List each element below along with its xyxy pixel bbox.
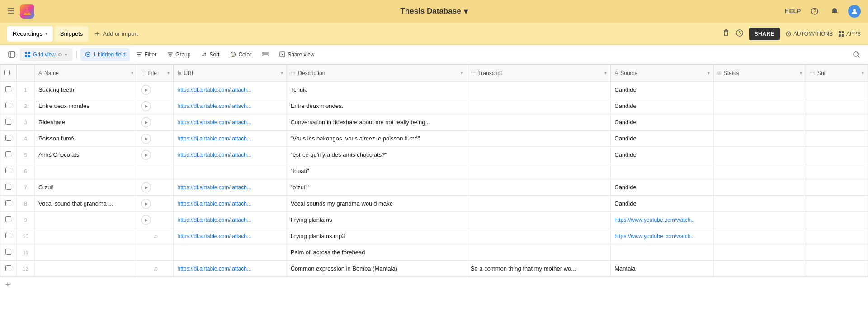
source-column-header[interactable]: A Source ▾ bbox=[611, 65, 713, 82]
cell-name[interactable]: Sucking teeth bbox=[35, 82, 137, 98]
row-checkbox[interactable] bbox=[5, 86, 11, 92]
cell-name[interactable]: O zui! bbox=[35, 179, 137, 196]
table-row[interactable]: 10♫https://dl.airtable.com/.attach...Fry… bbox=[0, 228, 868, 244]
cell-sni[interactable] bbox=[806, 261, 868, 277]
cell-description[interactable]: Frying plantains bbox=[287, 212, 467, 228]
cell-url[interactable] bbox=[174, 244, 287, 261]
table-row[interactable]: 3Rideshare▶https://dl.airtable.com/.atta… bbox=[0, 114, 868, 131]
cell-description[interactable]: Conversation in rideshare about me not r… bbox=[287, 114, 467, 131]
filter-button[interactable]: Filter bbox=[132, 48, 161, 61]
cell-description[interactable]: Frying plantains.mp3 bbox=[287, 228, 467, 244]
cell-transcript[interactable] bbox=[467, 179, 610, 196]
add-row-button[interactable]: + bbox=[0, 277, 868, 292]
url-column-header[interactable]: fx URL ▾ bbox=[174, 65, 287, 82]
cell-source[interactable]: Candide bbox=[611, 196, 713, 212]
table-row[interactable]: 2Entre deux mondes▶https://dl.airtable.c… bbox=[0, 98, 868, 114]
table-row[interactable]: 4Poisson fumé▶https://dl.airtable.com/.a… bbox=[0, 131, 868, 147]
play-button[interactable]: ▶ bbox=[141, 134, 151, 144]
cell-description[interactable]: "o zui!" bbox=[287, 179, 467, 196]
tab-recordings[interactable]: Recordings ▾ bbox=[7, 26, 53, 42]
cell-description[interactable]: "fouati" bbox=[287, 163, 467, 179]
cell-source[interactable] bbox=[611, 244, 713, 261]
cell-description[interactable]: Common expression in Bemba (Mantala) bbox=[287, 261, 467, 277]
table-row[interactable]: 8Vocal sound that grandma ...▶https://dl… bbox=[0, 196, 868, 212]
group-button[interactable]: Group bbox=[163, 48, 195, 61]
play-button[interactable]: ▶ bbox=[141, 85, 151, 95]
row-checkbox[interactable] bbox=[5, 265, 11, 271]
table-row[interactable]: 1Sucking teeth▶https://dl.airtable.com/.… bbox=[0, 82, 868, 98]
apps-button[interactable]: APPS bbox=[838, 31, 861, 37]
table-row[interactable]: 12♫https://dl.airtable.com/.attach...Com… bbox=[0, 261, 868, 277]
play-button[interactable]: ▶ bbox=[141, 182, 151, 192]
cell-status[interactable] bbox=[713, 163, 806, 179]
row-checkbox[interactable] bbox=[5, 168, 11, 173]
avatar[interactable] bbox=[848, 5, 861, 18]
cell-file[interactable]: ▶ bbox=[137, 212, 174, 228]
row-checkbox[interactable] bbox=[5, 249, 11, 255]
cell-description[interactable]: "Vous les bakongos, vous aimez le poisso… bbox=[287, 131, 467, 147]
cell-description[interactable]: Vocal sounds my grandma would make bbox=[287, 196, 467, 212]
cell-status[interactable] bbox=[713, 228, 806, 244]
cell-sni[interactable] bbox=[806, 114, 868, 131]
cell-file[interactable]: ▶ bbox=[137, 82, 174, 98]
cell-status[interactable] bbox=[713, 244, 806, 261]
cell-transcript[interactable] bbox=[467, 82, 610, 98]
cell-source[interactable]: Candide bbox=[611, 179, 713, 196]
cell-description[interactable]: "est-ce qu'il y a des amis chocolats?" bbox=[287, 147, 467, 163]
select-all-checkbox[interactable] bbox=[4, 70, 10, 75]
play-button[interactable]: ▶ bbox=[141, 117, 151, 127]
play-button[interactable]: ▶ bbox=[141, 215, 151, 225]
cell-source[interactable]: Candide bbox=[611, 82, 713, 98]
name-column-header[interactable]: A Name ▾ bbox=[35, 65, 137, 82]
hidden-fields-button[interactable]: 1 hidden field bbox=[80, 48, 130, 61]
source-link[interactable]: https://www.youtube.com/watch... bbox=[614, 217, 695, 223]
grid-view-button[interactable]: Grid view bbox=[20, 48, 73, 61]
cell-url[interactable]: https://dl.airtable.com/.attach... bbox=[174, 212, 287, 228]
cell-name[interactable] bbox=[35, 261, 137, 277]
tab-snippets[interactable]: Snippets bbox=[55, 26, 89, 42]
cell-name[interactable] bbox=[35, 244, 137, 261]
help-label[interactable]: HELP bbox=[785, 8, 801, 14]
cell-transcript[interactable] bbox=[467, 244, 610, 261]
cell-sni[interactable] bbox=[806, 82, 868, 98]
cell-file[interactable]: ▶ bbox=[137, 131, 174, 147]
cell-name[interactable]: Amis Chocolats bbox=[35, 147, 137, 163]
share-view-button[interactable]: Share view bbox=[275, 48, 319, 61]
cell-sni[interactable] bbox=[806, 212, 868, 228]
title-caret-icon[interactable]: ▾ bbox=[464, 7, 468, 16]
table-row[interactable]: 5Amis Chocolats▶https://dl.airtable.com/… bbox=[0, 147, 868, 163]
url-link[interactable]: https://dl.airtable.com/.attach... bbox=[177, 217, 251, 223]
sidebar-toggle-button[interactable] bbox=[5, 48, 18, 61]
cell-file[interactable] bbox=[137, 244, 174, 261]
table-row[interactable]: 11Palm oil across the forehead bbox=[0, 244, 868, 261]
cell-name[interactable]: Poisson fumé bbox=[35, 131, 137, 147]
file-column-header[interactable]: ◻ File ▾ bbox=[137, 65, 174, 82]
cell-name[interactable] bbox=[35, 228, 137, 244]
cell-description[interactable]: Palm oil across the forehead bbox=[287, 244, 467, 261]
share-button[interactable]: SHARE bbox=[749, 28, 780, 40]
status-column-header[interactable]: ◎ Status ▾ bbox=[713, 65, 806, 82]
cell-file[interactable]: ♫ bbox=[137, 228, 174, 244]
cell-transcript[interactable]: So a common thing that my mother wo... bbox=[467, 261, 610, 277]
cell-description[interactable]: Tchuip bbox=[287, 82, 467, 98]
play-button[interactable]: ▶ bbox=[141, 150, 151, 160]
cell-transcript[interactable] bbox=[467, 196, 610, 212]
cell-source[interactable]: Candide bbox=[611, 131, 713, 147]
cell-name[interactable]: Rideshare bbox=[35, 114, 137, 131]
cell-source[interactable] bbox=[611, 163, 713, 179]
cell-sni[interactable] bbox=[806, 228, 868, 244]
add-import-button[interactable]: ＋ Add or import bbox=[90, 26, 142, 42]
cell-source[interactable]: Candide bbox=[611, 147, 713, 163]
cell-source[interactable]: Mantala bbox=[611, 261, 713, 277]
cell-url[interactable]: https://dl.airtable.com/.attach... bbox=[174, 114, 287, 131]
hamburger-menu[interactable]: ☰ bbox=[7, 6, 14, 16]
cell-source[interactable]: https://www.youtube.com/watch... bbox=[611, 228, 713, 244]
help-icon[interactable]: ? bbox=[808, 5, 821, 18]
cell-url[interactable]: https://dl.airtable.com/.attach... bbox=[174, 82, 287, 98]
url-link[interactable]: https://dl.airtable.com/.attach... bbox=[177, 152, 251, 158]
cell-transcript[interactable] bbox=[467, 212, 610, 228]
url-link[interactable]: https://dl.airtable.com/.attach... bbox=[177, 184, 251, 191]
cell-transcript[interactable] bbox=[467, 147, 610, 163]
cell-url[interactable]: https://dl.airtable.com/.attach... bbox=[174, 228, 287, 244]
cell-sni[interactable] bbox=[806, 163, 868, 179]
